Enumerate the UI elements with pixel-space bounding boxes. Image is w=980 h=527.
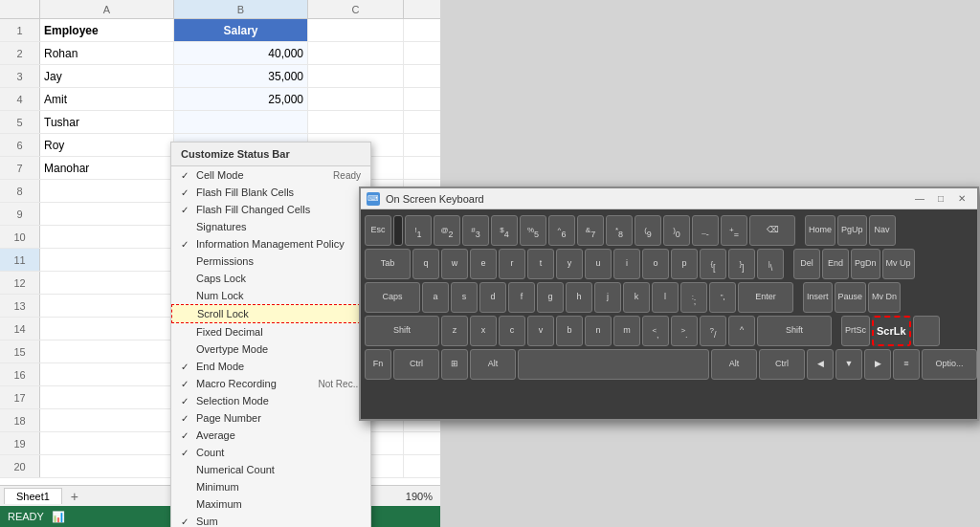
key-q[interactable]: q (412, 249, 439, 279)
key-ctrl-left[interactable]: Ctrl (393, 349, 439, 380)
key-shift-left[interactable]: Shift (365, 316, 439, 346)
cell-a8[interactable] (40, 180, 174, 202)
key-d[interactable]: d (479, 282, 506, 313)
key-o[interactable]: o (642, 249, 669, 279)
menu-item[interactable]: ✓Macro RecordingNot Rec... (171, 375, 370, 392)
key-slash[interactable]: ?/ (700, 316, 726, 346)
key-option[interactable]: Optio... (922, 349, 977, 380)
key-g[interactable]: g (537, 282, 564, 313)
close-button[interactable]: ✕ (952, 192, 971, 206)
menu-item[interactable]: Fixed Decimal (171, 323, 370, 340)
cell-a12[interactable] (40, 272, 174, 294)
key-p[interactable]: p (671, 249, 698, 279)
key-5[interactable]: %5 (520, 215, 546, 246)
key-pgdn[interactable]: PgDn (851, 249, 880, 279)
menu-item[interactable]: ✓Cell ModeReady (171, 166, 370, 184)
menu-item[interactable]: ✓Sum (171, 513, 370, 527)
cell-a14[interactable] (40, 318, 174, 340)
key-extra[interactable] (913, 316, 940, 346)
cell-a4[interactable]: Amit (40, 88, 174, 110)
cell-b1[interactable]: Salary (174, 19, 308, 41)
cell-a2[interactable]: Rohan (40, 42, 174, 64)
key-mv-dn[interactable]: Mv Dn (868, 282, 901, 313)
key-8[interactable]: *8 (606, 215, 633, 246)
restore-button[interactable]: □ (931, 192, 950, 206)
key-j[interactable]: j (594, 282, 621, 313)
cell-a3[interactable]: Jay (40, 65, 174, 87)
cell-c3[interactable] (308, 65, 404, 87)
cell-a6[interactable]: Roy (40, 134, 174, 156)
menu-item[interactable]: ✓Flash Fill Changed Cells (171, 201, 370, 218)
cell-c1[interactable] (308, 19, 404, 41)
key-shift-right[interactable]: Shift (757, 316, 832, 346)
add-sheet-button[interactable]: + (66, 488, 83, 505)
key-arrow-down[interactable]: ▼ (835, 349, 862, 380)
key-1[interactable]: !1 (405, 215, 432, 246)
key-nav[interactable]: Nav (869, 215, 896, 246)
cell-a18[interactable] (40, 409, 174, 431)
key-arrow-left[interactable]: ◀ (807, 349, 834, 380)
key-tab[interactable]: Tab (365, 249, 411, 279)
col-header-a[interactable]: A (40, 0, 174, 18)
key-arrow-right[interactable]: ▶ (864, 349, 891, 380)
key-insert[interactable]: Insert (803, 282, 833, 313)
cell-a11[interactable] (40, 249, 174, 271)
cell-a19[interactable] (40, 432, 174, 454)
key-m[interactable]: m (613, 316, 640, 346)
menu-item[interactable]: ✓End Mode (171, 358, 370, 375)
menu-item[interactable]: ✓Selection Mode (171, 392, 370, 409)
cell-a13[interactable] (40, 295, 174, 317)
key-mv-up[interactable]: Mv Up (882, 249, 915, 279)
key-prtsc[interactable]: PrtSc (841, 316, 870, 346)
key-v[interactable]: v (527, 316, 554, 346)
key-backspace[interactable]: ⌫ (749, 215, 795, 246)
key-equals[interactable]: += (721, 215, 747, 246)
key-y[interactable]: y (556, 249, 583, 279)
key-n[interactable]: n (585, 316, 612, 346)
cell-a7[interactable]: Manohar (40, 157, 174, 179)
key-backslash[interactable]: |\ (757, 249, 784, 279)
key-quote[interactable]: "' (709, 282, 736, 313)
menu-item[interactable]: ✓Information Management Policy (171, 235, 370, 253)
menu-item[interactable]: Caps Lock (171, 270, 370, 287)
key-pause[interactable]: Pause (835, 282, 867, 313)
cell-a1[interactable]: Employee (40, 19, 174, 41)
key-c[interactable]: c (499, 316, 525, 346)
key-alt-right[interactable]: Alt (711, 349, 757, 380)
key-b[interactable]: b (556, 316, 583, 346)
key-caret[interactable]: ^ (728, 316, 755, 346)
key-x[interactable]: x (470, 316, 497, 346)
key-0[interactable]: )0 (663, 215, 690, 246)
cell-a15[interactable] (40, 340, 174, 362)
key-lbracket[interactable]: {[ (700, 249, 726, 279)
cell-c4[interactable] (308, 88, 404, 110)
key-3[interactable]: #3 (462, 215, 489, 246)
menu-item[interactable]: Maximum (171, 495, 370, 513)
cell-b3[interactable]: 35,000 (174, 65, 308, 87)
menu-item[interactable]: Numerical Count (171, 461, 370, 478)
menu-item[interactable]: Signatures (171, 218, 370, 235)
key-space[interactable] (518, 349, 709, 380)
cell-a5[interactable]: Tushar (40, 111, 174, 133)
key-l[interactable]: l (652, 282, 679, 313)
key-enter[interactable]: Enter (738, 282, 793, 313)
key-menu[interactable]: ≡ (893, 349, 920, 380)
minimize-button[interactable]: — (910, 192, 929, 206)
key-del[interactable]: Del (793, 249, 820, 279)
menu-item[interactable]: ✓Average (171, 427, 370, 444)
key-w[interactable]: w (441, 249, 468, 279)
key-4[interactable]: $4 (491, 215, 518, 246)
cell-a17[interactable] (40, 386, 174, 408)
menu-item[interactable]: ✓Page Number (171, 409, 370, 427)
key-9[interactable]: (9 (635, 215, 661, 246)
key-fn[interactable]: Fn (365, 349, 391, 380)
key-home[interactable]: Home (805, 215, 835, 246)
key-win[interactable]: ⊞ (441, 349, 468, 380)
menu-item[interactable]: ✓Count (171, 444, 370, 461)
cell-a10[interactable] (40, 226, 174, 248)
key-k[interactable]: k (623, 282, 650, 313)
sheet-tab-sheet1[interactable]: Sheet1 (4, 488, 62, 504)
menu-item[interactable]: Num Lock (171, 287, 370, 304)
col-header-b[interactable]: B (174, 0, 308, 18)
cell-b5[interactable] (174, 111, 308, 133)
